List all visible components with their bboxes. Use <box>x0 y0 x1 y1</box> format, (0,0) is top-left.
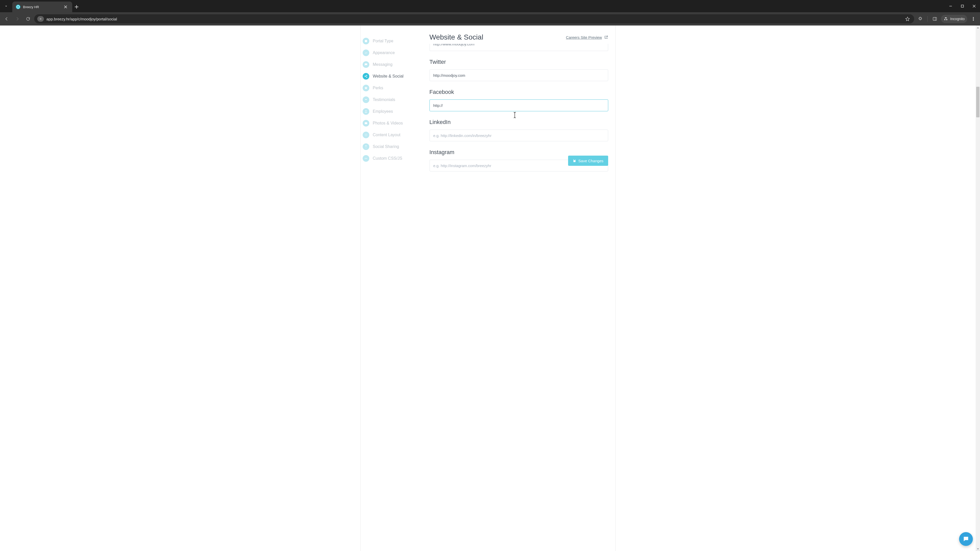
facebook-label: Facebook <box>430 89 608 95</box>
sidebar-item-label: Content Layout <box>373 133 401 137</box>
page-viewport: Portal Type Appearance Messaging Website… <box>0 25 980 551</box>
bookmark-button[interactable] <box>904 15 911 22</box>
social-sharing-icon <box>363 143 369 150</box>
careers-preview-link[interactable]: Careers Site Preview <box>566 35 608 40</box>
browser-menu-button[interactable] <box>969 14 978 24</box>
window-maximize-button[interactable] <box>956 0 968 12</box>
tab-favicon <box>16 5 21 9</box>
sidebar-item-custom-css-js[interactable]: Custom CSS/JS <box>361 152 422 164</box>
nav-forward-button[interactable] <box>13 14 22 24</box>
sidebar-item-website-social[interactable]: Website & Social <box>361 70 422 82</box>
window-close-button[interactable] <box>968 0 980 12</box>
scrollbar-thumb[interactable] <box>976 87 980 118</box>
address-url: app.breezy.hr/app/c/moodjoy/portal/socia… <box>46 17 901 21</box>
website-value: http://www.moodjoy.com <box>433 44 474 46</box>
incognito-label: Incognito <box>950 17 965 21</box>
svg-rect-10 <box>365 122 367 124</box>
tab-search-button[interactable] <box>0 0 12 12</box>
sidebar-item-photos-videos[interactable]: Photos & Videos <box>361 118 422 129</box>
sidebar-item-label: Testimonials <box>373 97 395 102</box>
site-info-button[interactable] <box>37 16 44 22</box>
browser-titlebar: Breezy HR <box>0 0 980 12</box>
intercom-chat-button[interactable] <box>959 532 973 546</box>
sidebar-item-label: Messaging <box>373 62 393 67</box>
portal-type-icon <box>363 38 369 44</box>
new-tab-button[interactable] <box>72 2 81 12</box>
linkedin-label: LinkedIn <box>430 119 608 125</box>
linkedin-input[interactable] <box>430 130 608 141</box>
browser-toolbar: app.breezy.hr/app/c/moodjoy/portal/socia… <box>0 12 980 25</box>
page-scrollbar[interactable] <box>976 25 980 551</box>
sidebar-item-perks[interactable]: Perks <box>361 82 422 94</box>
messaging-icon <box>363 61 369 68</box>
browser-tab[interactable]: Breezy HR <box>12 2 72 12</box>
svg-point-9 <box>366 110 366 111</box>
tab-close-button[interactable] <box>64 5 68 9</box>
svg-point-2 <box>973 17 974 18</box>
incognito-indicator[interactable]: Incognito <box>941 15 967 23</box>
address-bar[interactable]: app.breezy.hr/app/c/moodjoy/portal/socia… <box>34 14 914 24</box>
sidebar-item-testimonials[interactable]: Testimonials <box>361 94 422 106</box>
twitter-input[interactable] <box>430 69 608 81</box>
svg-rect-0 <box>961 5 964 7</box>
side-panel-button[interactable] <box>930 14 939 24</box>
tab-title: Breezy HR <box>23 5 61 9</box>
svg-rect-5 <box>365 40 367 42</box>
svg-point-11 <box>365 123 366 123</box>
sidebar-item-portal-type[interactable]: Portal Type <box>361 35 422 47</box>
save-icon <box>573 159 576 162</box>
settings-sidebar: Portal Type Appearance Messaging Website… <box>361 25 422 551</box>
scrollbar-up-button[interactable] <box>976 25 980 30</box>
sidebar-item-label: Appearance <box>373 51 395 55</box>
website-input-partial[interactable]: http://www.moodjoy.com <box>430 44 608 51</box>
nav-reload-button[interactable] <box>24 14 33 24</box>
code-icon <box>363 155 369 162</box>
main-content: Website & Social Careers Site Preview ht… <box>422 25 615 171</box>
employees-icon <box>363 108 369 115</box>
layout-icon <box>363 132 369 138</box>
twitter-label: Twitter <box>430 59 608 65</box>
sidebar-item-content-layout[interactable]: Content Layout <box>361 129 422 141</box>
preview-link-label: Careers Site Preview <box>566 35 602 40</box>
sidebar-item-employees[interactable]: Employees <box>361 106 422 118</box>
sidebar-item-label: Perks <box>373 86 383 90</box>
facebook-input[interactable] <box>430 100 608 111</box>
share-icon <box>363 73 369 79</box>
sidebar-item-appearance[interactable]: Appearance <box>361 47 422 59</box>
perks-icon <box>363 85 369 91</box>
appearance-icon <box>363 49 369 56</box>
sidebar-item-messaging[interactable]: Messaging <box>361 59 422 70</box>
extensions-button[interactable] <box>916 14 925 24</box>
sidebar-item-label: Website & Social <box>373 74 404 79</box>
svg-rect-1 <box>933 17 937 21</box>
sidebar-item-label: Custom CSS/JS <box>373 156 402 161</box>
window-minimize-button[interactable] <box>945 0 956 12</box>
scrollbar-down-button[interactable] <box>976 547 980 551</box>
nav-back-button[interactable] <box>2 14 11 24</box>
sidebar-item-label: Photos & Videos <box>373 121 403 125</box>
sidebar-item-label: Employees <box>373 109 393 114</box>
external-link-icon <box>604 35 608 39</box>
svg-point-3 <box>973 19 974 19</box>
svg-point-4 <box>973 20 974 21</box>
photos-icon <box>363 120 369 127</box>
instagram-label: Instagram <box>430 149 608 156</box>
sidebar-item-social-sharing[interactable]: Social Sharing <box>361 141 422 152</box>
testimonials-icon <box>363 97 369 103</box>
sidebar-item-label: Portal Type <box>373 39 393 43</box>
save-changes-button[interactable]: Save Changes <box>568 156 608 166</box>
page-title: Website & Social <box>430 33 484 41</box>
save-label: Save Changes <box>578 159 603 163</box>
settings-panel: Portal Type Appearance Messaging Website… <box>360 25 616 551</box>
sidebar-item-label: Social Sharing <box>373 144 399 149</box>
